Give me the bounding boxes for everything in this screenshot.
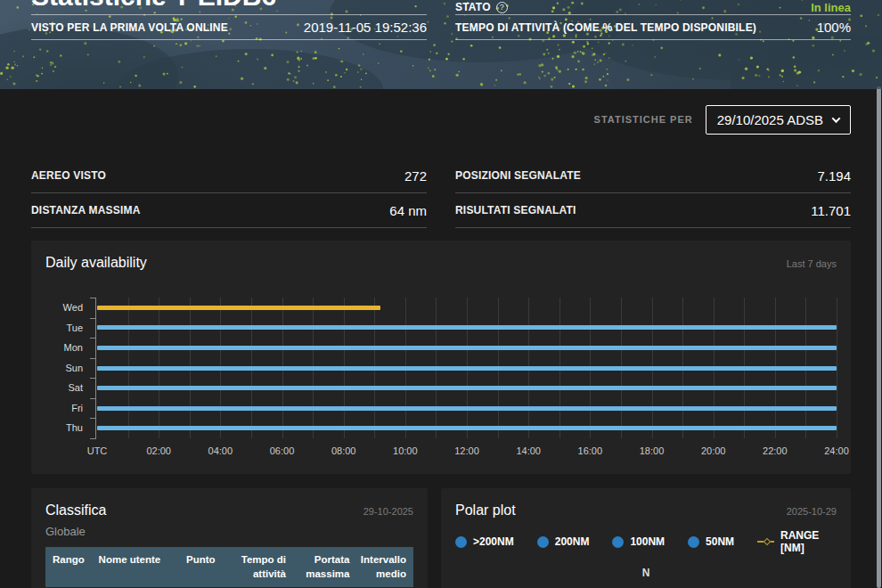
x-axis-tick-label: 04:00 <box>208 445 233 456</box>
legend-label: >200NM <box>473 535 514 548</box>
x-axis-tick-label: 02:00 <box>146 445 171 456</box>
legend-item[interactable]: >200NM <box>455 535 514 548</box>
polar-plot-date: 2025-10-29 <box>787 506 837 517</box>
day-label: Thu <box>45 418 83 438</box>
y-axis-tick <box>90 378 96 379</box>
summary-stats: AEREO VISTO272DISTANZA MASSIMA64 nm POSI… <box>31 159 851 228</box>
daily-availability-chart: WedTueMonSunSatFriThu <box>97 298 837 438</box>
stats-column-right: POSIZIONI SEGNALATE7.194RISULTATI SEGNAL… <box>455 159 851 228</box>
daily-availability-card: Daily availability Last 7 days WedTueMon… <box>31 241 851 474</box>
main-content: STATISTICHE PER 29/10/2025 ADSB AEREO VI… <box>0 89 882 588</box>
legend-dot-icon <box>537 536 549 548</box>
daily-chart-x-axis: UTC02:0004:0006:0008:0010:0012:0014:0016… <box>97 445 837 461</box>
polar-legend: >200NM200NM100NM50NMRANGE [NM] <box>455 529 837 554</box>
header-map: Statistiche T-EIDB6 VISTO PER LA PRIMA V… <box>0 0 882 89</box>
legend-dot-icon <box>688 536 699 548</box>
availability-bar <box>97 406 837 411</box>
help-circle-icon[interactable]: ? <box>496 2 508 13</box>
stat-label: DISTANZA MASSIMA <box>31 204 141 216</box>
stat-value: 272 <box>404 168 427 184</box>
y-axis-tick <box>90 338 96 339</box>
x-axis-tick-label: 16:00 <box>578 445 603 456</box>
stat-label: AEREO VISTO <box>31 169 106 182</box>
statistics-period-row: STATISTICHE PER 29/10/2025 ADSB <box>31 89 851 150</box>
chevron-down-icon <box>832 114 841 123</box>
column-header: Intervallo medio <box>349 553 406 581</box>
stat-value: 7.194 <box>817 168 851 184</box>
availability-bar <box>97 325 837 330</box>
stat-label: RISULTATI SEGNALATI <box>455 204 576 216</box>
y-axis-tick <box>90 318 96 319</box>
stat-row: RISULTATI SEGNALATI11.701 <box>455 193 851 228</box>
range-marker-icon <box>757 538 774 545</box>
stat-label: POSIZIONI SEGNALATE <box>455 169 581 182</box>
availability-bar <box>97 346 837 350</box>
stat-row: DISTANZA MASSIMA64 nm <box>31 193 427 228</box>
stats-column-left: AEREO VISTO272DISTANZA MASSIMA64 nm <box>31 159 427 228</box>
classifica-title: Classifica <box>45 502 106 519</box>
stat-value: 11.701 <box>811 203 851 218</box>
page-scrollbar[interactable] <box>877 86 881 588</box>
polar-plot-title: Polar plot <box>455 502 516 519</box>
classifica-date: 29-10-2025 <box>363 506 413 517</box>
range-diamond <box>764 538 771 545</box>
day-label: Fri <box>45 398 83 419</box>
legend-item[interactable]: 50NM <box>688 535 734 548</box>
availability-bar <box>97 306 380 310</box>
bottom-cards-row: Classifica 29-10-2025 Globale RangoNome … <box>31 488 851 588</box>
legend-item[interactable]: 100NM <box>612 535 665 548</box>
y-axis <box>88 298 96 438</box>
y-axis-tick <box>90 438 96 439</box>
status-badge: In linea <box>811 1 851 14</box>
y-axis-tick <box>90 398 96 399</box>
day-label: Mon <box>45 338 83 358</box>
legend-item[interactable]: RANGE [NM] <box>757 529 837 554</box>
x-axis-tick-label: 24:00 <box>824 445 849 456</box>
legend-label: RANGE [NM] <box>780 529 837 554</box>
legend-dot-icon <box>612 536 624 548</box>
legend-item[interactable]: 200NM <box>537 535 590 548</box>
classifica-card: Classifica 29-10-2025 Globale RangoNome … <box>31 488 428 588</box>
page: Statistiche T-EIDB6 VISTO PER LA PRIMA V… <box>0 0 882 588</box>
day-label: Tue <box>45 318 83 339</box>
day-label: Wed <box>45 298 83 318</box>
column-header: Rango <box>53 553 99 581</box>
polar-chart-area: N <box>455 559 837 588</box>
legend-label: 50NM <box>706 535 734 548</box>
x-axis-tick-label: 14:00 <box>516 445 541 456</box>
legend-label: 100NM <box>630 535 665 548</box>
availability-bar <box>97 426 837 430</box>
x-axis-tick-label: 12:00 <box>454 445 479 456</box>
stat-row: POSIZIONI SEGNALATE7.194 <box>455 159 851 193</box>
y-axis-tick <box>90 358 96 359</box>
legend-label: 200NM <box>555 535 590 548</box>
stat-row: AEREO VISTO272 <box>31 159 427 193</box>
status-label: STATO <box>455 1 491 13</box>
column-header: Punto <box>166 553 216 581</box>
x-axis-tick-label: 20:00 <box>701 445 726 456</box>
column-header: Portata massima <box>286 553 349 581</box>
compass-north-label: N <box>642 567 650 579</box>
day-label: Sun <box>45 358 83 379</box>
x-axis-tick-label: 08:00 <box>331 445 356 456</box>
ranking-table: RangoNome utentePuntoTempo di attivitàPo… <box>45 547 413 588</box>
header-left-column: Statistiche T-EIDB6 VISTO PER LA PRIMA V… <box>31 0 427 40</box>
x-axis-tick-label: 18:00 <box>640 445 665 456</box>
page-title: Statistiche T-EIDB6 <box>31 0 276 10</box>
first-seen-value: 2019-11-05 19:52:36 <box>304 20 427 35</box>
classifica-scope-label: Globale <box>45 525 413 538</box>
polar-plot-card: Polar plot 2025-10-29 >200NM200NM100NM50… <box>441 488 851 588</box>
uptime-label: TEMPO DI ATTIVITÀ (COME % DEL TEMPO DISP… <box>455 21 756 34</box>
uptime-value: 100% <box>817 20 851 35</box>
x-axis-utc-label: UTC <box>87 445 108 456</box>
x-axis-tick-label: 06:00 <box>270 445 295 456</box>
dropdown-selected-value: 29/10/2025 ADSB <box>717 112 823 127</box>
chart-gridline <box>837 298 837 438</box>
statistics-for-label: STATISTICHE PER <box>594 114 693 125</box>
y-axis-tick <box>90 418 96 419</box>
day-label: Sat <box>45 378 83 398</box>
column-header: Tempo di attività <box>216 553 286 581</box>
ranking-table-header: RangoNome utentePuntoTempo di attivitàPo… <box>45 547 413 587</box>
date-source-dropdown[interactable]: 29/10/2025 ADSB <box>706 105 851 135</box>
first-seen-label: VISTO PER LA PRIMA VOLTA ONLINE <box>31 21 228 34</box>
